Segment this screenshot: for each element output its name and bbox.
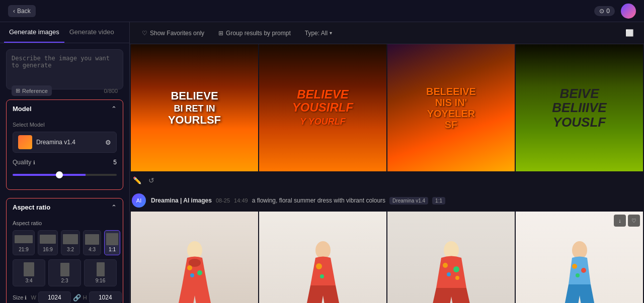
height-prefix: H <box>83 294 87 300</box>
sidebar-tab-generate-images[interactable]: Generate images <box>4 22 64 43</box>
group-results-button[interactable]: ⊞ Group results by prompt <box>214 28 295 39</box>
believe-text-2: BELIEVEYOUSIRLFY YOURLF <box>292 88 353 128</box>
dress-prompt-meta: Dreamina | AI images 08-25 14:49 a flowi… <box>151 197 445 205</box>
dress-images-grid: ↓ ♡ HD ⤢ ✎ ⊡ ⊞ ⊠ 🔗 ··· <box>130 212 644 303</box>
size-info-icon: ℹ <box>25 295 27 300</box>
aspect-ratio-header[interactable]: Aspect ratio ⌃ <box>7 198 123 216</box>
model-section-body: Select Model Dreamina v1.4 ⚙ Quality ℹ 5 <box>7 118 123 189</box>
sidebar-tab-generate-video[interactable]: Generate video <box>64 22 119 43</box>
believe-edit-button[interactable]: ✏️ <box>131 174 143 186</box>
dress-silhouette-1 <box>175 240 215 304</box>
credit-icon: ⊙ <box>599 8 604 15</box>
dress-image-1[interactable] <box>131 212 258 303</box>
show-favorites-button[interactable]: ♡ Show Favorites only <box>138 28 208 39</box>
link-icon: 🔗 <box>73 294 81 301</box>
model-section: Model ⌃ Select Model Dreamina v1.4 ⚙ Qua… <box>6 99 123 190</box>
export-button[interactable]: ⬜ <box>623 27 636 39</box>
dress-prompt-text: a flowing, floral summer dress with vibr… <box>252 197 385 204</box>
believe-image-4[interactable]: BeiveBeliiiveYouslf <box>516 44 643 171</box>
dress-image-2[interactable] <box>259 212 386 303</box>
prompt-area: ⊞ Reference 0/800 <box>6 49 123 89</box>
prompt-footer: ⊞ Reference 0/800 <box>12 85 118 96</box>
width-prefix: W <box>31 294 36 300</box>
aspect-btn-3-4[interactable]: 3:4 <box>13 259 45 286</box>
heart-icon: ♡ <box>142 30 147 37</box>
height-input[interactable] <box>89 291 122 303</box>
main-layout: Generate images Generate video ⊞ Referen… <box>0 22 644 303</box>
believe-image-3[interactable]: BELEEIVENIS IN'YOYELER SF <box>387 44 515 171</box>
svg-point-6 <box>316 263 322 269</box>
content-toolbar: ♡ Show Favorites only ⊞ Group results by… <box>130 22 644 44</box>
aspect-btn-16-9[interactable]: 16:9 <box>38 230 58 255</box>
back-arrow-icon: ‹ <box>13 8 15 15</box>
dress-prompt-date: 08-25 <box>216 197 230 204</box>
aspect-ratio-section: Aspect ratio ⌃ Aspect ratio 21:9 16:9 <box>6 198 123 303</box>
dress-image-4[interactable]: ↓ ♡ HD ⤢ ✎ ⊡ ⊞ ⊠ 🔗 ··· <box>516 212 643 303</box>
svg-point-8 <box>320 274 324 278</box>
svg-point-3 <box>197 270 202 275</box>
model-name: Dreamina v1.4 <box>36 139 75 146</box>
content-area: ♡ Show Favorites only ⊞ Group results by… <box>130 22 644 303</box>
credit-count: 0 <box>606 8 610 15</box>
dress-prompt-source: Dreamina | AI images <box>151 197 212 204</box>
quality-slider[interactable] <box>13 174 117 176</box>
aspect-btn-4-3[interactable]: 4:3 <box>83 230 101 255</box>
model-selector[interactable]: Dreamina v1.4 ⚙ <box>13 132 117 153</box>
svg-point-13 <box>455 276 459 280</box>
dress-silhouette-2 <box>303 240 343 304</box>
believe-group-actions: ✏️ ↺ <box>130 171 644 189</box>
dress-image-1-bg <box>131 212 258 303</box>
type-selector-button[interactable]: Type: All ▾ <box>301 28 336 39</box>
svg-point-11 <box>453 266 459 272</box>
aspect-grid-row1: 21:9 16:9 3:2 4:3 <box>13 230 117 255</box>
sidebar-tabs: Generate images Generate video <box>0 22 129 43</box>
model-section-header[interactable]: Model ⌃ <box>7 100 123 118</box>
avatar[interactable] <box>621 4 636 19</box>
dress-image-3-bg <box>387 212 515 303</box>
dress-silhouette-4 <box>559 240 600 304</box>
dress-silhouette-3 <box>431 240 471 304</box>
size-label: Size ℹ <box>13 294 27 300</box>
reference-icon: ⊞ <box>16 87 20 94</box>
quality-label-text: Quality <box>13 159 31 166</box>
believe-text-4: BeiveBeliiiveYouslf <box>552 86 606 130</box>
aspect-ratio-label: Aspect ratio <box>13 220 117 226</box>
svg-point-10 <box>443 263 448 268</box>
aspect-btn-3-2[interactable]: 3:2 <box>61 230 80 255</box>
svg-point-4 <box>190 273 194 277</box>
width-input[interactable] <box>38 291 71 303</box>
dress-image-3[interactable] <box>387 212 515 303</box>
believe-image-3-bg: BELEEIVENIS IN'YOYELER SF <box>387 44 515 171</box>
download-button[interactable]: ↓ <box>614 215 626 227</box>
prompt-input[interactable] <box>12 55 118 80</box>
dress-prompt-time: 14:49 <box>234 197 248 204</box>
char-count: 0/800 <box>104 88 118 94</box>
svg-point-7 <box>325 269 330 274</box>
model-collapse-icon: ⌃ <box>111 105 117 113</box>
believe-image-2-bg: BELIEVEYOUSIRLFY YOURLF <box>259 44 386 171</box>
aspect-btn-2-3[interactable]: 2:3 <box>48 259 81 286</box>
type-label: Type: All <box>305 30 328 37</box>
back-label: Back <box>17 8 31 15</box>
believe-text-3: BELEEIVENIS IN'YOYELER SF <box>419 86 483 130</box>
believe-image-2[interactable]: BELIEVEYOUSIRLFY YOURLF <box>259 44 386 171</box>
reference-button[interactable]: ⊞ Reference <box>12 85 52 96</box>
bookmark-button[interactable]: ♡ <box>628 215 640 227</box>
aspect-btn-1-1[interactable]: 1:1 <box>104 230 120 255</box>
quality-value: 5 <box>113 159 117 166</box>
aspect-btn-9-16[interactable]: 9:16 <box>84 259 117 286</box>
show-favorites-label: Show Favorites only <box>150 30 204 37</box>
group-icon: ⊞ <box>218 30 223 37</box>
dress-prompt-row: AI Dreamina | AI images 08-25 14:49 a fl… <box>130 189 644 212</box>
ai-avatar: AI <box>132 193 146 208</box>
quality-label: Quality ℹ <box>13 159 35 166</box>
dress-image-group: AI Dreamina | AI images 08-25 14:49 a fl… <box>130 189 644 303</box>
back-button[interactable]: ‹ Back <box>8 5 36 17</box>
believe-image-1[interactable]: BELIEVEBI RET INYOURLSF <box>131 44 258 171</box>
believe-image-group: BELIEVEBI RET INYOURLSF BELIEVEYOUSIRLFY… <box>130 44 644 189</box>
aspect-btn-21-9[interactable]: 21:9 <box>13 230 35 255</box>
believe-refresh-button[interactable]: ↺ <box>146 174 156 186</box>
model-info: Dreamina v1.4 <box>18 135 75 149</box>
size-row: Size ℹ W 🔗 H <box>13 291 117 303</box>
dress-model-tag: Dreamina v1.4 <box>389 197 428 205</box>
